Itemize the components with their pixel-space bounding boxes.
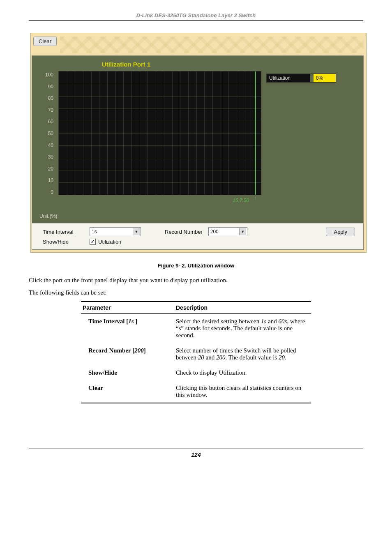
chart-panel: Utilization Port 1 100 90 80 70 60 50 40… xyxy=(32,55,364,250)
param-desc-italic: 20 xyxy=(198,354,204,361)
param-name-italic: 200 xyxy=(134,347,144,354)
record-number-value: 200 xyxy=(210,229,239,235)
y-tick: 50 xyxy=(39,131,53,136)
param-desc-italic: 1s xyxy=(261,318,266,325)
table-header-description: Description xyxy=(174,302,311,314)
chevron-down-icon: ▼ xyxy=(239,228,246,235)
utilization-checkbox-label: Utilization xyxy=(98,239,121,245)
param-desc-part: and xyxy=(204,354,216,361)
time-interval-label: Time Interval xyxy=(43,229,84,235)
param-name-part: ] xyxy=(144,347,146,354)
table-row: Clear Clicking this button clears all st… xyxy=(81,380,311,403)
param-name-part: ] xyxy=(134,318,138,325)
param-desc-italic: 200 xyxy=(216,354,226,361)
apply-button[interactable]: Apply xyxy=(326,228,355,236)
time-interval-select[interactable]: 1s ▼ xyxy=(90,227,141,236)
clear-button[interactable]: Clear xyxy=(33,37,57,46)
y-tick: 20 xyxy=(39,166,53,172)
utilization-checkbox[interactable]: ✓ Utilization xyxy=(90,239,121,245)
y-tick: 70 xyxy=(39,107,53,113)
parameters-table: Parameter Description Time Interval [1s … xyxy=(81,301,311,403)
table-header-parameter: Parameter xyxy=(81,302,174,314)
checkbox-checked-icon: ✓ xyxy=(90,239,96,245)
y-tick: 90 xyxy=(39,84,53,90)
page-number: 124 xyxy=(29,449,363,458)
param-desc: Clicking this button clears all statisti… xyxy=(174,380,311,403)
chart-cursor-line xyxy=(255,71,256,195)
decorative-pattern xyxy=(60,37,364,53)
figure-caption: Figure 9- 2. Utilization window xyxy=(29,263,363,269)
table-row: Show/Hide Check to display Utilization. xyxy=(81,365,311,380)
time-interval-value: 1s xyxy=(92,229,133,235)
y-tick: 40 xyxy=(39,143,53,148)
doc-header: D-Link DES-3250TG Standalone Layer 2 Swi… xyxy=(29,12,363,21)
y-axis-ticks: 100 90 80 70 60 50 40 30 20 10 0 xyxy=(39,71,53,195)
body-paragraph: The following fields can be set: xyxy=(29,288,363,297)
chart-cursor-arrow-icon: ↑ xyxy=(254,196,257,200)
param-desc-part: and xyxy=(266,318,278,325)
table-row: Record Number [200] Select number of tim… xyxy=(81,343,311,365)
param-name-part: Record Number [ xyxy=(88,347,134,354)
legend-utilization: Utilization 0% xyxy=(266,74,336,83)
table-row: Time Interval [1s ] Select the desired s… xyxy=(81,313,311,343)
utilization-screenshot: Clear Utilization Port 1 100 90 80 70 60… xyxy=(30,33,367,253)
body-paragraph: Click the port on the front panel displa… xyxy=(29,276,363,284)
param-desc: Check to display Utilization. xyxy=(174,365,311,380)
record-number-select[interactable]: 200 ▼ xyxy=(208,227,247,236)
y-tick: 30 xyxy=(39,154,53,160)
y-tick: 100 xyxy=(39,72,53,78)
param-desc-part: Select the desired setting between xyxy=(176,318,261,325)
param-name: Show/Hide xyxy=(81,365,174,380)
chart-unit-label: Unit:(%) xyxy=(32,207,363,223)
param-desc-part: . xyxy=(285,354,286,361)
chart-controls: Time Interval 1s ▼ Record Number 200 ▼ A… xyxy=(32,223,363,249)
chevron-down-icon: ▼ xyxy=(133,228,140,235)
y-tick: 10 xyxy=(39,177,53,183)
legend-value: 0% xyxy=(314,74,336,82)
chart-title: Utilization Port 1 xyxy=(102,56,363,71)
y-tick: 80 xyxy=(39,95,53,101)
param-name: Clear xyxy=(81,380,174,403)
param-desc-part: . The default value is xyxy=(225,354,279,361)
y-tick: 60 xyxy=(39,119,53,124)
chart-timestamp: 15:7:50 xyxy=(58,198,261,203)
showhide-label: Show/Hide xyxy=(43,239,84,245)
param-desc-italic: 60s xyxy=(279,318,287,325)
legend-label: Utilization xyxy=(267,74,310,82)
param-desc-italic: 20 xyxy=(279,354,285,361)
param-name-italic: 1s xyxy=(128,318,134,325)
record-number-label: Record Number xyxy=(165,229,203,235)
y-tick: 0 xyxy=(39,189,53,195)
chart-plot-area: ↑ xyxy=(58,71,261,195)
param-name-part: Time Interval [ xyxy=(88,318,128,325)
